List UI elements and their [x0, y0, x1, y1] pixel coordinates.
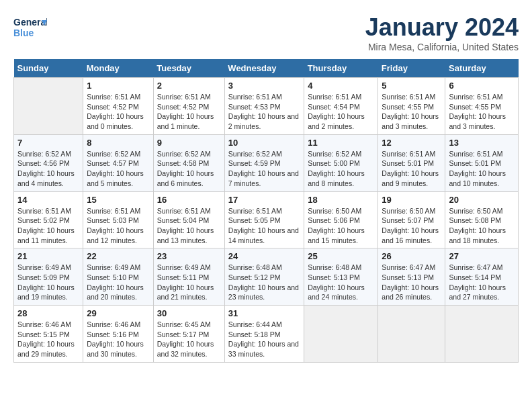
day-info: Sunrise: 6:50 AMSunset: 5:07 PMDaylight:… — [382, 206, 441, 246]
day-info: Sunrise: 6:50 AMSunset: 5:06 PMDaylight:… — [308, 206, 374, 246]
calendar-title: January 2024 — [365, 13, 519, 42]
day-number: 27 — [449, 251, 515, 261]
day-info: Sunrise: 6:51 AMSunset: 4:55 PMDaylight:… — [382, 92, 441, 132]
calendar-header-row: SundayMondayTuesdayWednesdayThursdayFrid… — [14, 59, 519, 78]
day-info: Sunrise: 6:44 AMSunset: 5:18 PMDaylight:… — [228, 320, 300, 359]
day-info: Sunrise: 6:51 AMSunset: 5:01 PMDaylight:… — [449, 149, 515, 189]
header-sunday: Sunday — [14, 59, 83, 78]
calendar-cell: 24Sunrise: 6:48 AMSunset: 5:12 PMDayligh… — [224, 248, 304, 306]
day-number: 28 — [17, 308, 79, 318]
calendar-cell: 10Sunrise: 6:52 AMSunset: 4:59 PMDayligh… — [224, 134, 304, 191]
day-info: Sunrise: 6:50 AMSunset: 5:08 PMDaylight:… — [449, 206, 515, 246]
svg-text:General: General — [13, 17, 47, 28]
calendar-cell: 1Sunrise: 6:51 AMSunset: 4:52 PMDaylight… — [83, 78, 154, 135]
svg-text:Blue: Blue — [13, 28, 34, 38]
calendar-cell — [304, 306, 378, 363]
day-info: Sunrise: 6:51 AMSunset: 4:53 PMDaylight:… — [228, 92, 300, 132]
day-info: Sunrise: 6:51 AMSunset: 4:52 PMDaylight:… — [87, 92, 150, 132]
day-number: 22 — [87, 251, 150, 261]
day-number: 4 — [308, 81, 374, 91]
calendar-cell — [445, 306, 519, 363]
calendar-cell: 5Sunrise: 6:51 AMSunset: 4:55 PMDaylight… — [378, 78, 445, 135]
day-number: 6 — [449, 81, 515, 91]
day-number: 11 — [308, 138, 374, 148]
day-info: Sunrise: 6:47 AMSunset: 5:14 PMDaylight:… — [449, 263, 515, 302]
header-monday: Monday — [83, 59, 154, 78]
day-info: Sunrise: 6:46 AMSunset: 5:16 PMDaylight:… — [87, 320, 150, 359]
calendar-cell: 15Sunrise: 6:51 AMSunset: 5:03 PMDayligh… — [83, 191, 154, 248]
calendar-cell: 29Sunrise: 6:46 AMSunset: 5:16 PMDayligh… — [83, 306, 154, 363]
day-number: 25 — [308, 251, 374, 261]
day-number: 31 — [228, 308, 300, 318]
day-number: 2 — [157, 81, 221, 91]
calendar-cell: 14Sunrise: 6:51 AMSunset: 5:02 PMDayligh… — [14, 191, 83, 248]
calendar-cell: 27Sunrise: 6:47 AMSunset: 5:14 PMDayligh… — [445, 248, 519, 306]
day-number: 12 — [382, 138, 441, 148]
day-number: 1 — [87, 81, 150, 91]
day-number: 17 — [228, 195, 300, 205]
calendar-cell: 12Sunrise: 6:51 AMSunset: 5:01 PMDayligh… — [378, 134, 445, 191]
day-info: Sunrise: 6:51 AMSunset: 4:54 PMDaylight:… — [308, 92, 374, 132]
calendar-week-row: 28Sunrise: 6:46 AMSunset: 5:15 PMDayligh… — [14, 306, 519, 363]
logo-icon: General Blue — [13, 13, 47, 40]
calendar-cell: 9Sunrise: 6:52 AMSunset: 4:58 PMDaylight… — [153, 134, 224, 191]
calendar-cell — [14, 78, 83, 135]
day-number: 3 — [228, 81, 300, 91]
day-number: 9 — [157, 138, 221, 148]
calendar-cell: 3Sunrise: 6:51 AMSunset: 4:53 PMDaylight… — [224, 78, 304, 135]
day-number: 8 — [87, 138, 150, 148]
header-saturday: Saturday — [445, 59, 519, 78]
calendar-week-row: 14Sunrise: 6:51 AMSunset: 5:02 PMDayligh… — [14, 191, 519, 248]
calendar-cell: 17Sunrise: 6:51 AMSunset: 5:05 PMDayligh… — [224, 191, 304, 248]
day-info: Sunrise: 6:51 AMSunset: 5:02 PMDaylight:… — [17, 206, 79, 246]
calendar-week-row: 1Sunrise: 6:51 AMSunset: 4:52 PMDaylight… — [14, 78, 519, 135]
page-header: General Blue January 2024 Mira Mesa, Cal… — [13, 13, 519, 52]
calendar-cell: 6Sunrise: 6:51 AMSunset: 4:55 PMDaylight… — [445, 78, 519, 135]
day-info: Sunrise: 6:52 AMSunset: 4:59 PMDaylight:… — [228, 149, 300, 189]
calendar-cell: 28Sunrise: 6:46 AMSunset: 5:15 PMDayligh… — [14, 306, 83, 363]
day-number: 26 — [382, 251, 441, 261]
calendar-cell: 22Sunrise: 6:49 AMSunset: 5:10 PMDayligh… — [83, 248, 154, 306]
day-number: 30 — [157, 308, 221, 318]
day-info: Sunrise: 6:52 AMSunset: 4:58 PMDaylight:… — [157, 149, 221, 189]
day-info: Sunrise: 6:47 AMSunset: 5:13 PMDaylight:… — [382, 263, 441, 302]
day-number: 5 — [382, 81, 441, 91]
day-info: Sunrise: 6:49 AMSunset: 5:10 PMDaylight:… — [87, 263, 150, 302]
day-number: 23 — [157, 251, 221, 261]
calendar-subtitle: Mira Mesa, California, United States — [365, 42, 519, 52]
calendar-cell: 2Sunrise: 6:51 AMSunset: 4:52 PMDaylight… — [153, 78, 224, 135]
calendar-cell: 20Sunrise: 6:50 AMSunset: 5:08 PMDayligh… — [445, 191, 519, 248]
calendar-week-row: 21Sunrise: 6:49 AMSunset: 5:09 PMDayligh… — [14, 248, 519, 306]
header-wednesday: Wednesday — [224, 59, 304, 78]
day-info: Sunrise: 6:52 AMSunset: 5:00 PMDaylight:… — [308, 149, 374, 189]
day-info: Sunrise: 6:51 AMSunset: 5:03 PMDaylight:… — [87, 206, 150, 246]
logo: General Blue — [13, 13, 47, 40]
calendar-cell: 21Sunrise: 6:49 AMSunset: 5:09 PMDayligh… — [14, 248, 83, 306]
day-number: 13 — [449, 138, 515, 148]
calendar-cell: 13Sunrise: 6:51 AMSunset: 5:01 PMDayligh… — [445, 134, 519, 191]
title-section: January 2024 Mira Mesa, California, Unit… — [365, 13, 519, 52]
calendar-cell: 4Sunrise: 6:51 AMSunset: 4:54 PMDaylight… — [304, 78, 378, 135]
day-info: Sunrise: 6:51 AMSunset: 5:01 PMDaylight:… — [382, 149, 441, 189]
calendar-cell: 16Sunrise: 6:51 AMSunset: 5:04 PMDayligh… — [153, 191, 224, 248]
day-info: Sunrise: 6:49 AMSunset: 5:11 PMDaylight:… — [157, 263, 221, 302]
day-info: Sunrise: 6:45 AMSunset: 5:17 PMDaylight:… — [157, 320, 221, 359]
day-number: 10 — [228, 138, 300, 148]
calendar-cell: 19Sunrise: 6:50 AMSunset: 5:07 PMDayligh… — [378, 191, 445, 248]
day-info: Sunrise: 6:49 AMSunset: 5:09 PMDaylight:… — [17, 263, 79, 302]
header-tuesday: Tuesday — [153, 59, 224, 78]
calendar-table: SundayMondayTuesdayWednesdayThursdayFrid… — [13, 59, 519, 363]
calendar-cell: 30Sunrise: 6:45 AMSunset: 5:17 PMDayligh… — [153, 306, 224, 363]
day-number: 14 — [17, 195, 79, 205]
calendar-cell: 11Sunrise: 6:52 AMSunset: 5:00 PMDayligh… — [304, 134, 378, 191]
calendar-cell: 18Sunrise: 6:50 AMSunset: 5:06 PMDayligh… — [304, 191, 378, 248]
calendar-cell: 25Sunrise: 6:48 AMSunset: 5:13 PMDayligh… — [304, 248, 378, 306]
day-info: Sunrise: 6:51 AMSunset: 4:52 PMDaylight:… — [157, 92, 221, 132]
day-info: Sunrise: 6:51 AMSunset: 5:04 PMDaylight:… — [157, 206, 221, 246]
day-number: 20 — [449, 195, 515, 205]
day-number: 29 — [87, 308, 150, 318]
calendar-cell: 8Sunrise: 6:52 AMSunset: 4:57 PMDaylight… — [83, 134, 154, 191]
day-number: 18 — [308, 195, 374, 205]
day-info: Sunrise: 6:48 AMSunset: 5:12 PMDaylight:… — [228, 263, 300, 302]
day-info: Sunrise: 6:52 AMSunset: 4:56 PMDaylight:… — [17, 149, 79, 189]
